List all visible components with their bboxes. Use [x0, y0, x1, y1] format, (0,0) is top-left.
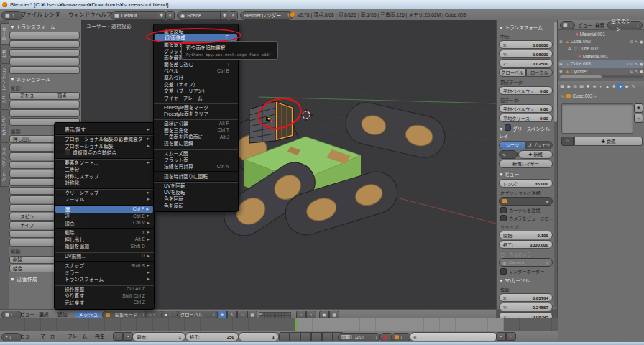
- menu-item[interactable]: 対称にスナップ ▸: [55, 172, 154, 180]
- outliner-menu-view[interactable]: ビュー: [578, 22, 592, 29]
- menu-item[interactable]: ノーマル ▸: [55, 196, 154, 203]
- spin-button[interactable]: スピン: [9, 213, 45, 221]
- render-border-checkbox[interactable]: レンダーボーダー: [500, 268, 553, 275]
- menu-item[interactable]: 複製を追加 Shift D ▸: [55, 243, 154, 250]
- transport-button[interactable]: [290, 332, 300, 341]
- gp-new-layer-button[interactable]: 新規レイヤー: [499, 160, 553, 168]
- material-slot-list[interactable]: [561, 104, 633, 134]
- vertex-slide-button[interactable]: 頂点: [45, 92, 80, 100]
- median-x-slider[interactable]: X:0.00000: [499, 40, 553, 49]
- transport-button[interactable]: [300, 332, 311, 341]
- menu-item[interactable]: UVを反転 ▸: [154, 189, 238, 196]
- transport-button[interactable]: [322, 332, 333, 341]
- breadcrumb-object-name[interactable]: Cube.003: [573, 93, 593, 98]
- menu-item[interactable]: ベベル Ctrl B ▸: [154, 68, 238, 74]
- outliner-row-material[interactable]: ◉ Material.001: [558, 30, 644, 37]
- edge-slide-button[interactable]: 辺をス: [9, 92, 45, 100]
- local-button[interactable]: ローカル: [526, 68, 553, 77]
- menu-item[interactable]: 三角面を四角面に Alt J ▸: [154, 133, 238, 139]
- timeline-menu-marker[interactable]: マーカー: [40, 331, 60, 342]
- timeline-menu-view[interactable]: ビュー: [20, 331, 34, 342]
- menu-item[interactable]: 頂点 Ctrl V ▸: [55, 219, 154, 226]
- outliner-editor-icon[interactable]: ▦↕: [560, 21, 575, 29]
- menu-item[interactable]: スナップ Shift S ▸: [55, 262, 154, 270]
- mean-bevel-weight2-slider[interactable]: 平均ベベルウェ:0.00: [499, 104, 553, 113]
- menu-item[interactable]: 色を反転 ▸: [154, 202, 238, 208]
- tab-texture-icon[interactable]: ◆: [624, 83, 630, 90]
- cursor3d-panel-header[interactable]: ▼ 3Dカーソル: [499, 277, 553, 284]
- menu-item[interactable]: 扇状に分離 Alt P ▸: [154, 120, 238, 126]
- tab-grease-pencil[interactable]: グリースペンシル: [0, 142, 9, 187]
- tab-physics-icon[interactable]: ✚: [611, 83, 617, 90]
- menu-item[interactable]: スムーズ面 ▸: [154, 150, 238, 156]
- menu-item[interactable]: 面を三角化 Ctrl T ▸: [154, 126, 238, 133]
- outliner-row-material2[interactable]: ◉ Material.001: [558, 52, 644, 60]
- clip-start-slider[interactable]: 開始:0.100: [499, 231, 553, 239]
- outliner-row-cylinder[interactable]: ⊕ ▲ Cylinder ⊙↖▣: [558, 68, 644, 75]
- autokey-mode-dropdown[interactable]: ↕: [391, 333, 411, 341]
- browse-material-button[interactable]: ○: [561, 137, 574, 146]
- menu-item[interactable]: 二等分 ▸: [55, 166, 154, 173]
- median-y-slider[interactable]: Y:0.06000: [499, 50, 553, 58]
- menu-item[interactable]: 重複頂点の自動結合 ▸: [55, 150, 154, 157]
- restrict-icons[interactable]: ⊙↖▣: [630, 69, 643, 73]
- tool-button[interactable]: [9, 49, 80, 57]
- menu-item[interactable]: 交差（ナイフ） ▸: [154, 80, 238, 87]
- keying-set-field[interactable]: ◆: [410, 332, 497, 341]
- tab-constraints-icon[interactable]: ◈: [592, 83, 597, 90]
- render-engine-selector[interactable]: Blenderレンダー ↕: [240, 11, 293, 20]
- restrict-icons[interactable]: ⊙↖▣: [630, 62, 643, 66]
- tab-data-icon[interactable]: ▲: [604, 83, 610, 90]
- menu-item[interactable]: 面を差し込む I ▸: [154, 60, 238, 67]
- tab-scene-icon[interactable]: ◍: [572, 83, 578, 90]
- eyedropper-icon[interactable]: ✒: [546, 199, 549, 204]
- gp-new-button[interactable]: ✚ 新規: [518, 150, 553, 159]
- title-bar[interactable]: Blender* [C:¥Users¥kanazawa¥Downloads¥sc…: [0, 0, 644, 10]
- menu-window[interactable]: ウィンドウ: [66, 9, 98, 20]
- current-frame-playhead[interactable]: [295, 318, 297, 331]
- outliner-row-meshdata[interactable]: ⊖ ▽ Cube.002: [558, 45, 644, 52]
- menu-item[interactable]: ミラー ▸: [55, 269, 154, 276]
- menu-item[interactable]: 削除 X ▸: [55, 229, 154, 236]
- outliner-row-object[interactable]: ⊖ ▲ Cube.002 ⊙↖▣: [558, 37, 644, 45]
- menu-item[interactable]: ワイヤーフレーム ▸: [154, 94, 238, 101]
- median-z-slider[interactable]: Z:0.02500: [499, 59, 553, 68]
- timeline-ruler[interactable]: [0, 318, 558, 331]
- menu-item[interactable]: 法線を再計算 Ctrl N ▸: [154, 163, 238, 170]
- menu-item[interactable]: Freestyle面をマーク ▸: [154, 104, 238, 110]
- tool-button[interactable]: [9, 32, 80, 40]
- view3d-menu-mesh[interactable]: メッシュ: [75, 311, 101, 318]
- outliner-scrollbar[interactable]: [560, 75, 643, 78]
- menu-item[interactable]: 交差（ブーリアン） ▸: [154, 88, 238, 94]
- close-layout-button[interactable]: ✕: [165, 11, 175, 20]
- timeline-menu-frame[interactable]: フレーム: [68, 331, 87, 342]
- expand-icon[interactable]: ⊕: [559, 62, 563, 66]
- tab-render-layers-icon[interactable]: ◉: [566, 83, 571, 90]
- menu-item[interactable]: 辺を面に溶解 ▸: [154, 140, 238, 147]
- tab-shading-uv[interactable]: シェーディング/UV: [0, 63, 9, 109]
- knife-button[interactable]: ナイフ: [9, 221, 45, 229]
- lock-range-button[interactable]: ▪: [123, 332, 133, 341]
- current-frame-field[interactable]: 1: [239, 332, 279, 341]
- tab-object-icon[interactable]: ✱: [585, 83, 591, 90]
- local-camera-field[interactable]: ▣Camera✕: [499, 258, 553, 267]
- transport-button[interactable]: [311, 332, 322, 341]
- screen-layout-selector[interactable]: ▦ Default: [111, 11, 162, 20]
- expand-icon[interactable]: ⊖: [559, 40, 563, 44]
- menu-item[interactable]: 面 Ctrl F ▸: [55, 206, 153, 213]
- panel-meshtools-header[interactable]: ▼ メッシュツール: [10, 75, 80, 83]
- expand-icon[interactable]: ⊕: [559, 69, 563, 73]
- mean-crease-slider[interactable]: 平均クリース:0.00: [499, 114, 553, 122]
- cursor-y-slider[interactable]: Y:0.24557: [499, 303, 553, 311]
- use-preview-range-button[interactable]: ◔: [113, 332, 123, 341]
- lock-cursor-checkbox[interactable]: カーソルを注視: [500, 207, 553, 213]
- clip-end-slider[interactable]: 終了:1000.000: [499, 240, 553, 249]
- pin-icon[interactable]: ↖: [561, 94, 564, 98]
- menu-item[interactable]: フラット面 ▸: [154, 156, 238, 162]
- tool-button[interactable]: [9, 58, 80, 65]
- lens-slider[interactable]: レンズ:35.000: [499, 179, 553, 188]
- view-panel-header[interactable]: ▼ ビュー: [499, 170, 553, 178]
- outliner-scope-dropdown[interactable]: 全てのシーン↕: [607, 21, 643, 29]
- menu-item[interactable]: プロポーショナル編集 ▸: [55, 142, 154, 150]
- tab-particles-icon[interactable]: ✎: [630, 83, 636, 90]
